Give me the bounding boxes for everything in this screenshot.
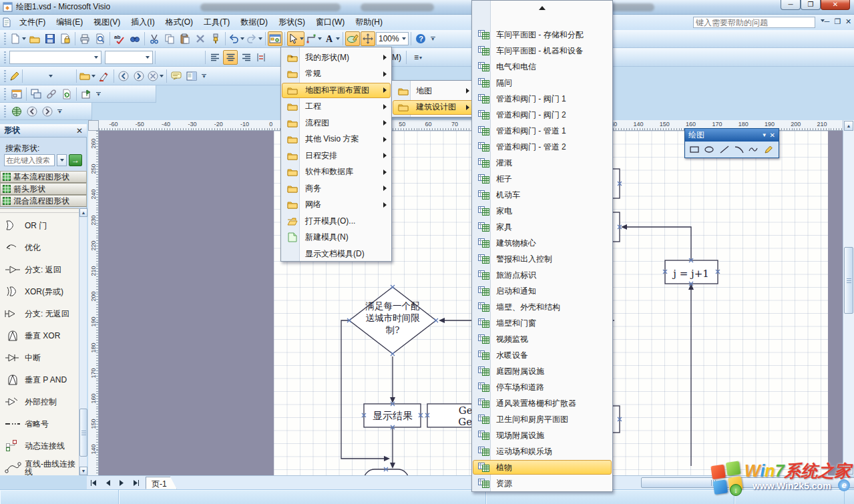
panel-close-icon[interactable]: ✕	[76, 126, 83, 136]
toolbar-grip[interactable]	[4, 88, 6, 100]
refresh-data-button[interactable]	[59, 87, 74, 101]
menu-file[interactable]: 文件(F)	[14, 15, 51, 30]
toolbar-grip[interactable]	[4, 33, 6, 45]
open-button[interactable]	[27, 31, 42, 46]
find-button[interactable]	[128, 31, 142, 46]
building-plan-item-15[interactable]: 旅游点标识	[472, 267, 612, 283]
search-dropdown-icon[interactable]	[57, 154, 67, 166]
shape-window-button[interactable]	[9, 87, 24, 101]
stencil-tab-2[interactable]: 混合流程图形状	[0, 195, 87, 207]
maps-menu-item-1[interactable]: 建筑设计图	[392, 99, 474, 116]
layer-properties-button[interactable]	[79, 87, 93, 101]
shape-item[interactable]: 优化	[0, 236, 79, 258]
shape-list-scrollbar[interactable]: ▲ ▼	[79, 208, 87, 475]
spelling-button[interactable]: ab	[112, 31, 127, 46]
shape-search-input[interactable]	[4, 154, 55, 166]
arc-tool-button[interactable]	[732, 143, 746, 156]
building-plan-item-18[interactable]: 墙壁和门窗	[472, 315, 612, 331]
track-markup-button[interactable]	[97, 69, 112, 83]
shapes-menu-item-12[interactable]: 显示文档模具(D)	[281, 246, 391, 262]
building-plan-item-8[interactable]: 灌溉	[472, 155, 612, 171]
reviewer-select[interactable]	[25, 69, 74, 83]
scrollbar-thumb[interactable]	[844, 247, 853, 314]
shapes-menu-item-11[interactable]: 新建模具(N)	[281, 230, 391, 246]
shapes-menu-item-2[interactable]: 地图和平面布置图	[281, 82, 391, 99]
terminator-shape[interactable]	[364, 469, 409, 475]
toolbar-grip[interactable]	[4, 105, 6, 117]
shapes-menu-item-8[interactable]: 商务	[281, 180, 391, 197]
stencil-tab-0[interactable]: 基本流程图形状	[0, 171, 87, 183]
menu-shape[interactable]: 形状(S)	[273, 15, 310, 30]
back-button[interactable]	[25, 104, 39, 119]
building-plan-item-20[interactable]: 水暖设备	[472, 347, 612, 363]
minimize-button[interactable]: ─	[781, 0, 801, 10]
help-button[interactable]: ?	[413, 31, 428, 46]
shapes-menu-item-5[interactable]: 其他 Visio 方案	[281, 132, 391, 148]
insert-markup-button[interactable]	[79, 69, 96, 83]
drawing-canvas[interactable]: 满足每一个配 送城市时间限 制? 显示结果 Gener Genera j = j…	[99, 131, 843, 475]
tile-windows-button[interactable]	[29, 87, 43, 101]
hscrollbar-thumb[interactable]	[641, 477, 854, 488]
pencil-tool-button[interactable]	[763, 143, 776, 156]
web-link-button[interactable]	[9, 104, 24, 119]
toolbar-options-icon[interactable]: ▾	[431, 37, 435, 41]
help-search-input[interactable]	[693, 17, 815, 28]
page-tab[interactable]: 页-1	[146, 477, 177, 489]
permission-button[interactable]	[58, 31, 73, 46]
toolbar-close-icon[interactable]: ✕	[770, 132, 775, 139]
line-tool-button[interactable]	[718, 143, 731, 156]
freeform-tool-button[interactable]	[747, 143, 761, 156]
shape-item[interactable]: 垂直 P AND	[0, 368, 79, 391]
last-page-button[interactable]	[129, 477, 143, 489]
building-plan-item-12[interactable]: 家具	[472, 219, 612, 235]
next-markup-button[interactable]	[132, 69, 146, 83]
menu-view[interactable]: 视图(V)	[88, 15, 126, 30]
building-plan-item-25[interactable]: 现场附属设施	[472, 427, 612, 443]
distribute-button[interactable]	[254, 50, 268, 65]
delete-button[interactable]	[193, 31, 208, 46]
doc-close-button[interactable]: ✕	[844, 17, 853, 26]
shape-item[interactable]: XOR(异或)	[0, 280, 79, 302]
shapes-window-button[interactable]	[268, 31, 282, 46]
building-plan-item-21[interactable]: 庭园附属设施	[472, 363, 612, 379]
shapes-menu-item-10[interactable]: 打开模具(O)...	[281, 213, 391, 230]
next-page-button[interactable]	[115, 477, 129, 489]
toolbar-grip[interactable]	[4, 70, 6, 82]
building-plan-item-5[interactable]: 管道和阀门 - 阀门 2	[472, 107, 612, 123]
shape-item[interactable]: 直线-曲线连接线	[0, 457, 79, 475]
shapes-menu-item-6[interactable]: 日程安排	[281, 148, 391, 164]
maximize-button[interactable]: ❐	[801, 0, 821, 10]
shape-item[interactable]: 外部控制	[0, 391, 79, 413]
copy-button[interactable]	[162, 31, 177, 46]
save-button[interactable]	[43, 31, 57, 46]
building-plan-item-19[interactable]: 视频监视	[472, 331, 612, 347]
scroll-down-icon[interactable]: ▼	[844, 465, 853, 475]
drawing-toolbar-titlebar[interactable]: 绘图 ▼ ✕	[685, 129, 779, 142]
text-button[interactable]: A	[323, 31, 341, 46]
ellipse-tool-button[interactable]	[702, 143, 716, 156]
toolbar-options-icon[interactable]: ▾	[96, 92, 101, 96]
toolbar-options-icon[interactable]: ▾	[202, 74, 206, 78]
building-plan-item-7[interactable]: 管道和阀门 - 管道 2	[472, 139, 612, 155]
building-plan-item-1[interactable]: 车间平面图 - 机器和设备	[472, 43, 612, 59]
insert-comment-button[interactable]	[169, 69, 184, 83]
underline-button[interactable]	[188, 50, 203, 65]
vertical-scrollbar[interactable]: ▲ ▼	[843, 120, 854, 475]
paste-button[interactable]	[178, 31, 192, 46]
toolbar-grip[interactable]	[4, 51, 6, 63]
delete-markup-button[interactable]	[147, 69, 164, 83]
reviewing-pane-button[interactable]	[184, 69, 199, 83]
building-plan-item-26[interactable]: 运动场和娱乐场	[472, 443, 612, 459]
building-plan-item-16[interactable]: 启动和通知	[472, 283, 612, 299]
toolbar-options-icon[interactable]: ▾	[57, 109, 62, 113]
maps-menu-item-0[interactable]: 地图	[392, 83, 474, 99]
building-plan-item-4[interactable]: 管道和阀门 - 阀门 1	[472, 91, 612, 107]
prev-markup-button[interactable]	[116, 69, 131, 83]
shapes-menu-item-4[interactable]: 流程图	[281, 115, 391, 132]
shape-item[interactable]: OR 门	[0, 214, 79, 236]
shapes-menu-item-0[interactable]: * 我的形状(M)	[281, 49, 391, 66]
line-weight-button[interactable]: ≡▾	[411, 50, 425, 65]
toolbar-dropdown-icon[interactable]: ▼	[762, 132, 767, 138]
shape-item[interactable]: 动态连接线	[0, 435, 79, 457]
cut-button[interactable]	[147, 31, 162, 46]
